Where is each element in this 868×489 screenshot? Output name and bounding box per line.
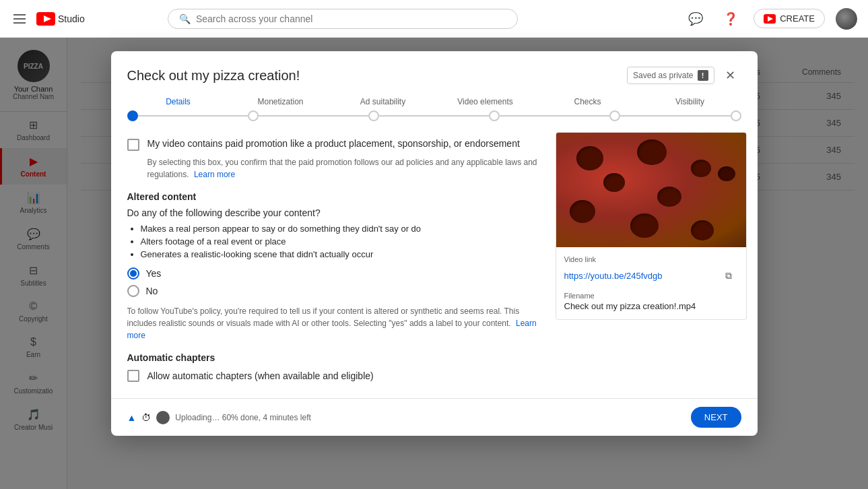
topbar: Studio 🔍 💬 ❓ CREATE <box>0 0 868 38</box>
automatic-chapters-label: Allow automatic chapters (when available… <box>147 370 374 381</box>
paid-promotion-checkbox[interactable] <box>127 139 139 151</box>
step-label-ad: Ad suitability <box>332 97 434 106</box>
radio-yes-label: Yes <box>146 268 162 279</box>
bullet-2: Alters footage of a real event or place <box>141 236 539 247</box>
create-label: CREATE <box>780 13 815 24</box>
step-dot-6 <box>731 110 741 121</box>
video-link-label: Video link <box>564 255 738 263</box>
paid-promotion-info: By selecting this box, you confirm that … <box>147 156 539 181</box>
video-thumbnail <box>556 133 746 247</box>
search-input[interactable] <box>196 13 506 24</box>
copy-link-button[interactable]: ⧉ <box>719 266 738 285</box>
step-dot-3 <box>368 110 379 121</box>
hamburger-icon[interactable] <box>11 11 28 26</box>
step-label-elements: Video elements <box>434 97 537 106</box>
dialog-header-right: Saved as private ! ✕ <box>627 65 741 86</box>
video-link-row: https://youtu.be/245fvdgb ⧉ <box>564 266 738 285</box>
avatar[interactable] <box>836 8 857 30</box>
filename-label: Filename <box>564 292 738 300</box>
dialog-footer: ▲ ⏱ Uploading… 60% done, 4 minutes left … <box>111 398 758 436</box>
step-dot-5 <box>609 110 620 121</box>
video-link-url[interactable]: https://youtu.be/245fvdgb <box>564 271 663 281</box>
radio-no-button[interactable] <box>127 285 139 297</box>
bottom-upload-info: ▲ ⏱ Uploading… 60% done, 4 minutes left <box>127 411 311 424</box>
radio-yes-row[interactable]: Yes <box>127 267 539 280</box>
yt-logo: Studio <box>36 12 85 26</box>
radio-yes-button[interactable] <box>127 267 139 280</box>
automatic-chapters-title: Automatic chapters <box>127 352 539 363</box>
stepper-circles <box>127 110 741 121</box>
paid-promotion-learn-more[interactable]: Learn more <box>194 170 235 179</box>
step-dot-1 <box>127 110 138 121</box>
dialog-right-panel: Video link https://youtu.be/245fvdgb ⧉ F… <box>556 127 758 398</box>
stepper-labels: Details Monetization Ad suitability Vide… <box>127 97 741 106</box>
bullet-1: Makes a real person appear to say or do … <box>141 224 539 234</box>
main-layout: PIZZA Your Chann Channel Nam ⊞ Dashboard… <box>0 38 868 489</box>
dialog-title: Check out my pizza creation! <box>127 68 300 84</box>
modal-overlay: Check out my pizza creation! Saved as pr… <box>0 38 868 489</box>
dialog-header: Check out my pizza creation! Saved as pr… <box>111 51 758 86</box>
saved-badge: Saved as private ! <box>627 67 714 84</box>
altered-content-title: Altered content <box>127 191 539 202</box>
automatic-chapters-checkbox[interactable] <box>127 370 139 382</box>
paid-promotion-label: My video contains paid promotion like a … <box>147 137 520 151</box>
stepper: Details Monetization Ad suitability Vide… <box>111 86 758 127</box>
youtube-icon <box>36 12 55 26</box>
help-icon[interactable]: ❓ <box>719 7 743 31</box>
altered-content-section: Altered content Do any of the following … <box>127 191 539 341</box>
step-label-details: Details <box>127 97 230 106</box>
upload-avatar <box>156 411 170 424</box>
bullet-3: Generates a realistic-looking scene that… <box>141 249 539 259</box>
dialog-close-button[interactable]: ✕ <box>720 65 741 86</box>
upload-icon: ▲ <box>127 412 137 423</box>
video-card: Video link https://youtu.be/245fvdgb ⧉ F… <box>556 132 747 320</box>
step-label-visibility: Visibility <box>639 97 741 106</box>
search-bar[interactable]: 🔍 <box>168 9 518 29</box>
dialog-left-panel: My video contains paid promotion like a … <box>111 127 556 398</box>
automatic-chapters-section: Automatic chapters Allow automatic chapt… <box>127 352 539 382</box>
create-button[interactable]: CREATE <box>754 9 825 28</box>
altered-content-bullets: Makes a real person appear to say or do … <box>141 224 539 259</box>
upload-status-icon: ⏱ <box>141 412 151 423</box>
altered-content-question: Do any of the following describe your co… <box>127 207 539 218</box>
topbar-right: 💬 ❓ CREATE <box>683 7 857 31</box>
radio-no-row[interactable]: No <box>127 285 539 297</box>
info-icon: ! <box>698 70 708 81</box>
upload-dialog: Check out my pizza creation! Saved as pr… <box>111 51 758 436</box>
create-video-icon <box>764 14 776 24</box>
paid-promotion-section: My video contains paid promotion like a … <box>127 137 539 151</box>
altered-content-info: To follow YouTube's policy, you're requi… <box>127 305 539 341</box>
upload-progress-text: Uploading… 60% done, 4 minutes left <box>175 413 310 422</box>
step-dot-4 <box>489 110 500 121</box>
saved-label: Saved as private <box>633 71 693 80</box>
radio-no-label: No <box>146 286 158 296</box>
step-dot-2 <box>248 110 259 121</box>
studio-label: Studio <box>58 13 85 24</box>
next-button[interactable]: NEXT <box>691 407 741 428</box>
topbar-left: Studio <box>11 11 85 26</box>
video-info: Video link https://youtu.be/245fvdgb ⧉ F… <box>556 247 746 319</box>
dialog-body: My video contains paid promotion like a … <box>111 127 758 398</box>
filename-value: Check out my pizza creation!.mp4 <box>564 301 738 311</box>
automatic-chapters-row: Allow automatic chapters (when available… <box>127 370 539 382</box>
step-label-checks: Checks <box>537 97 639 106</box>
messages-icon[interactable]: 💬 <box>683 7 708 31</box>
step-label-monetization: Monetization <box>230 97 332 106</box>
search-icon: 🔍 <box>179 13 191 24</box>
